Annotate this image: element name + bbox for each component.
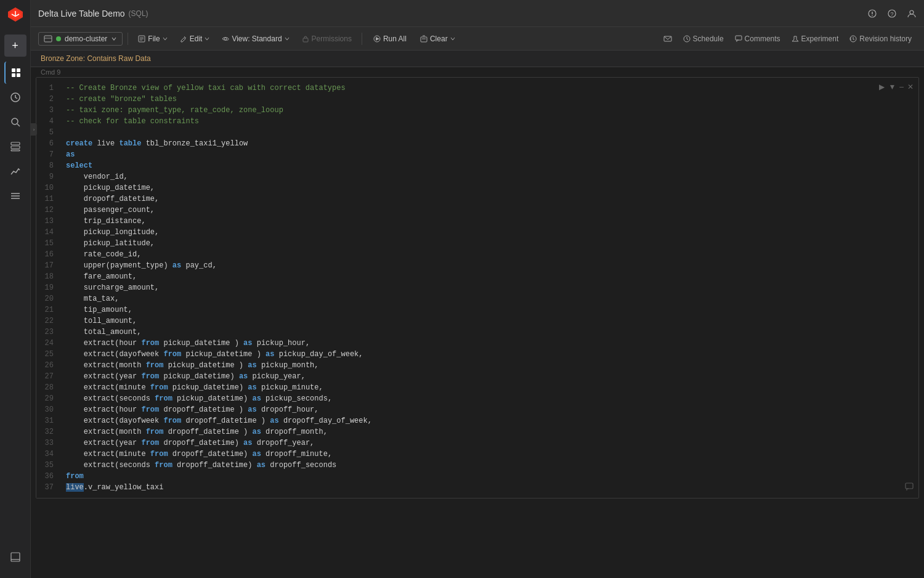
clear-btn[interactable]: Clear <box>415 32 460 46</box>
svg-rect-32 <box>421 37 427 42</box>
line-numbers: 12345 678910 1112131415 1617181920 21222… <box>36 78 61 498</box>
data-icon[interactable] <box>4 136 26 158</box>
notifications-btn[interactable] <box>867 9 877 18</box>
file-btn[interactable]: File <box>133 32 172 46</box>
code-content[interactable]: -- Create Bronze view of yellow taxi cab… <box>61 78 918 498</box>
panel-toggle-icon[interactable] <box>4 546 26 568</box>
svg-point-17 <box>872 15 873 16</box>
compute-icon[interactable] <box>4 185 26 207</box>
clear-label: Clear <box>430 35 448 43</box>
notebook-title: Delta Live Table Demo (SQL) <box>38 9 148 18</box>
toolbar-right: Schedule Comments Experiment Revision hi… <box>659 32 917 46</box>
collapse-btn[interactable]: – <box>899 83 904 91</box>
svg-point-5 <box>12 118 18 124</box>
cell-close-btn[interactable]: ✕ <box>907 83 914 91</box>
workspace-icon[interactable] <box>4 62 26 84</box>
svg-rect-21 <box>44 36 52 42</box>
user-btn[interactable] <box>907 9 917 18</box>
svg-rect-8 <box>11 146 20 149</box>
schedule-label: Schedule <box>693 35 724 43</box>
comments-btn[interactable]: Comments <box>730 32 785 46</box>
run-all-label: Run All <box>383 35 407 43</box>
title-text: Delta Live Table Demo <box>38 9 125 18</box>
sidebar-bottom <box>4 546 26 571</box>
view-btn[interactable]: View: Standard <box>217 32 294 46</box>
sql-badge: (SQL) <box>129 9 148 18</box>
divider-1 <box>128 33 128 45</box>
revision-btn[interactable]: Revision history <box>845 32 917 46</box>
databricks-logo[interactable] <box>6 5 25 25</box>
permissions-label: Permissions <box>312 35 352 43</box>
svg-rect-9 <box>11 150 20 151</box>
main-content: Delta Live Table Demo (SQL) ? demo-clust… <box>31 0 924 578</box>
svg-text:?: ? <box>891 11 894 17</box>
cell-header-text: Bronze Zone: Contains Raw Data <box>41 54 151 63</box>
run-all-btn[interactable]: Run All <box>367 32 413 46</box>
edit-label: Edit <box>190 35 203 43</box>
svg-rect-3 <box>17 73 20 77</box>
code-cell[interactable]: ▶ ▼ – ✕ 12345 678910 1112131415 16171819… <box>36 77 919 499</box>
cluster-status-dot <box>56 36 61 41</box>
svg-rect-29 <box>303 38 308 42</box>
search-icon[interactable] <box>4 111 26 133</box>
svg-rect-40 <box>906 483 913 489</box>
cluster-selector[interactable]: demo-cluster <box>38 32 123 46</box>
comments-label: Comments <box>745 35 780 43</box>
svg-rect-2 <box>12 73 15 77</box>
divider-2 <box>362 33 362 45</box>
history-icon[interactable] <box>4 86 26 108</box>
run-above-btn[interactable]: ▼ <box>888 83 896 91</box>
run-cell-btn[interactable]: ▶ <box>879 83 885 91</box>
view-label: View: Standard <box>232 35 282 43</box>
experiment-label: Experiment <box>801 35 839 43</box>
create-icon[interactable]: + <box>4 35 26 57</box>
email-btn[interactable] <box>659 32 677 46</box>
cluster-name: demo-cluster <box>65 35 107 43</box>
revision-label: Revision history <box>859 35 912 43</box>
analytics-icon[interactable] <box>4 160 26 182</box>
svg-rect-37 <box>736 36 742 40</box>
notebook-content: Bronze Zone: Contains Raw Data Cmd 9 ▶ ▼… <box>31 51 924 578</box>
cell-toolbar: ▶ ▼ – ✕ <box>879 83 914 91</box>
topbar: Delta Live Table Demo (SQL) ? <box>31 0 924 27</box>
sidebar-expand-toggle[interactable]: › <box>31 123 37 136</box>
permissions-btn[interactable]: Permissions <box>297 32 357 46</box>
help-btn[interactable]: ? <box>887 9 897 18</box>
svg-rect-13 <box>11 553 20 561</box>
schedule-btn[interactable]: Schedule <box>678 32 729 46</box>
cell-cmd-label: Cmd 9 <box>31 67 924 77</box>
experiment-btn[interactable]: Experiment <box>787 32 844 46</box>
sidebar: + <box>0 0 31 578</box>
svg-point-28 <box>224 38 227 40</box>
svg-point-20 <box>910 10 914 14</box>
svg-rect-7 <box>11 142 20 145</box>
cell-header-bar: Bronze Zone: Contains Raw Data <box>31 51 924 67</box>
cell-comment-icon[interactable] <box>905 482 914 493</box>
svg-rect-0 <box>12 68 15 72</box>
topbar-icons: ? <box>867 9 917 18</box>
edit-btn[interactable]: Edit <box>175 32 215 46</box>
svg-line-6 <box>17 124 20 126</box>
file-label: File <box>148 35 160 43</box>
svg-rect-1 <box>17 68 20 72</box>
toolbar: demo-cluster File Edit View: Standard Pe… <box>31 27 924 51</box>
svg-marker-31 <box>376 37 379 41</box>
